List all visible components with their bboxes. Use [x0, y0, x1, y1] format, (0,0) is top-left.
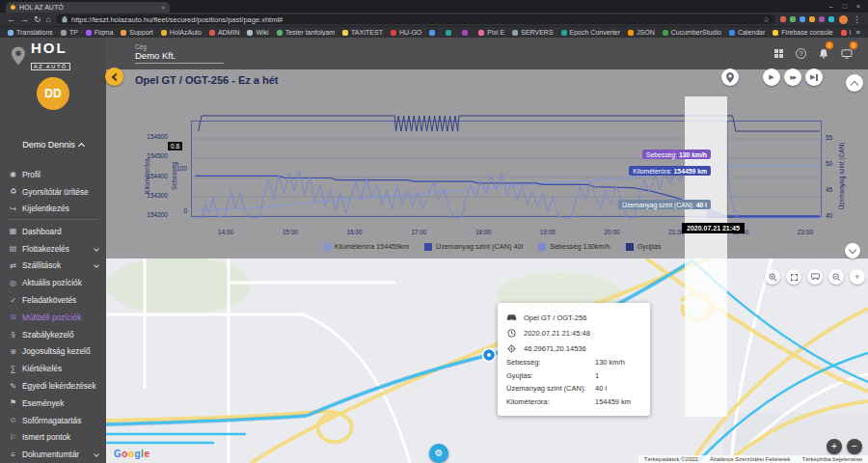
- collapse-chart-button[interactable]: [845, 243, 860, 259]
- app-logo[interactable]: HOL AZ AUTÓ: [0, 38, 106, 69]
- chevron-down-icon: [849, 246, 856, 254]
- terms-link[interactable]: Általános Szerződési Feltételek: [710, 456, 791, 462]
- add-button[interactable]: +: [850, 269, 865, 285]
- locate-button[interactable]: [721, 68, 739, 86]
- legend-item[interactable]: Gyújtás: [626, 242, 662, 251]
- play-button[interactable]: ▶: [763, 68, 780, 86]
- company-select[interactable]: Cég Demo Kft.: [135, 43, 224, 64]
- bookmark-item[interactable]: Firebase console: [773, 29, 832, 36]
- home-icon[interactable]: ⌂: [46, 15, 51, 24]
- sidebar-menu-item[interactable]: ⊕ Jogosultság kezelő: [0, 343, 106, 361]
- bookmark-item[interactable]: Epoch Converter: [561, 29, 621, 36]
- bookmark-item[interactable]: Fejlesztői keresek: [841, 29, 851, 36]
- extension-icon[interactable]: [790, 16, 796, 22]
- back-button[interactable]: [105, 68, 123, 86]
- tab-close-icon[interactable]: ×: [161, 5, 165, 11]
- company-label: Cég: [135, 43, 224, 50]
- window-close-icon[interactable]: ×: [856, 3, 860, 10]
- forward-icon[interactable]: →: [20, 15, 29, 24]
- bookmark-item[interactable]: Translations: [8, 29, 53, 36]
- zoom-out-window-button[interactable]: [828, 269, 844, 285]
- reload-icon[interactable]: ↻: [34, 15, 41, 24]
- profile-avatar[interactable]: [839, 15, 848, 24]
- help-icon[interactable]: ?: [796, 48, 806, 59]
- extension-icon[interactable]: [809, 16, 815, 22]
- bookmark-item[interactable]: HolAzAuto: [161, 29, 202, 36]
- skip-to-end-button[interactable]: ▶: [805, 68, 823, 86]
- bookmark-item[interactable]: [446, 30, 454, 36]
- sidebar-menu-item[interactable]: ⚐ Ismert pontok: [0, 429, 106, 447]
- legend-item[interactable]: Üzemanyag szint (CAN) 40l: [424, 242, 523, 251]
- bookmark-item[interactable]: CucumberStudio: [663, 29, 721, 36]
- notifications-button[interactable]: 0: [819, 45, 828, 63]
- bookmark-item[interactable]: Tester tanfolyam: [277, 29, 335, 36]
- extension-icon[interactable]: [828, 16, 834, 22]
- bookmark-item[interactable]: [462, 30, 471, 36]
- bookmark-favicon: [512, 30, 518, 36]
- sidebar-menu-item[interactable]: ≡ Dokumentumtár: [0, 446, 106, 463]
- sidebar-menu-item[interactable]: ▤ Flottakezelés: [0, 240, 106, 258]
- sidebar-menu-item[interactable]: ✓ Feladatkövetés: [0, 291, 106, 309]
- sidebar-menu-item[interactable]: ◎ Aktuális pozíciók: [0, 274, 106, 291]
- map-settings-button[interactable]: ⚙: [429, 444, 448, 463]
- map-canvas[interactable]: [106, 259, 868, 463]
- apps-grid-icon[interactable]: [774, 49, 784, 59]
- bookmark-item[interactable]: Wiki: [247, 29, 268, 36]
- bookmark-item[interactable]: TAXITEST: [342, 29, 383, 36]
- sidebar-menu-item[interactable]: ⇄ Szállítások: [0, 258, 106, 275]
- bookmark-item[interactable]: TP: [61, 29, 78, 36]
- bookmark-item[interactable]: Pixi E: [478, 29, 504, 36]
- bookmark-item[interactable]: HU-GO: [391, 29, 421, 36]
- window-minimize-icon[interactable]: –: [829, 3, 833, 10]
- bookmark-item[interactable]: Figma: [86, 29, 113, 36]
- zoom-window-button[interactable]: [765, 269, 780, 285]
- bookmark-item[interactable]: SERVERS: [512, 29, 553, 36]
- follow-vehicle-button[interactable]: [807, 269, 823, 285]
- sidebar-menu-item[interactable]: ⊙ Múltbéli pozíciók: [0, 309, 106, 326]
- company-value[interactable]: Demo Kft.: [135, 50, 224, 64]
- sidebar-menu-item[interactable]: ⚑ Események: [0, 395, 106, 412]
- window-maximize-icon[interactable]: □: [843, 3, 847, 10]
- user-avatar[interactable]: DD: [37, 77, 69, 110]
- sidebar-menu-item[interactable]: ▦ Dashboard: [0, 223, 106, 240]
- extension-icon[interactable]: [780, 16, 786, 22]
- sidebar-menu-item[interactable]: ☺ Sofőrmagatartás: [0, 412, 106, 429]
- sidebar-account-item[interactable]: ◉ Profil: [0, 166, 106, 183]
- bookmark-favicon: [841, 30, 847, 36]
- fast-forward-button[interactable]: ▶▶: [784, 68, 801, 86]
- browser-tab[interactable]: HOL AZ AUTÓ ×: [6, 2, 170, 13]
- back-icon[interactable]: ←: [7, 15, 15, 24]
- sidebar-account-item[interactable]: ♻ Gyorsítótár ürítése: [0, 183, 106, 201]
- browser-menu-icon[interactable]: ⋮: [853, 15, 861, 24]
- sidebar-menu-item[interactable]: ✎ Egyedi lekérdezések: [0, 377, 106, 395]
- devices-button[interactable]: 0: [841, 45, 853, 63]
- bookmark-item[interactable]: Calendar: [729, 29, 765, 36]
- top-bar: Cég Demo Kft. ? 0 0: [106, 38, 868, 69]
- bookmark-item[interactable]: [429, 30, 438, 36]
- extension-icon[interactable]: [819, 16, 825, 22]
- menu-item-icon: ↪: [9, 204, 17, 213]
- zoom-out-button[interactable]: −: [847, 439, 862, 454]
- report-error-link[interactable]: Térképhiba bejelentése: [802, 456, 862, 462]
- popup-coordinates[interactable]: 46.29671,20.14536: [524, 344, 586, 353]
- area-select-button[interactable]: [786, 269, 801, 285]
- zoom-in-button[interactable]: +: [827, 439, 842, 454]
- legend-swatch: [626, 243, 634, 251]
- search-plus-icon: [769, 273, 777, 282]
- sidebar-account-item[interactable]: ↪ Kijelentkezés: [0, 201, 106, 218]
- bookmark-item[interactable]: Support: [121, 29, 153, 36]
- popup-vehicle-row: Opel GT / OGT-256: [506, 310, 641, 325]
- bookmarks-overflow-icon[interactable]: »: [856, 28, 860, 37]
- address-bar[interactable]: https://teszt.holazauto.hu/fleet/secured…: [56, 14, 775, 24]
- sidebar-menu-item[interactable]: ∑ Kiértékelés: [0, 360, 106, 377]
- extension-icon[interactable]: [800, 16, 805, 22]
- bookmark-item[interactable]: ADMIN: [209, 29, 240, 36]
- chevron-down-icon: [94, 451, 99, 457]
- collapse-up-button[interactable]: [846, 74, 863, 92]
- bookmark-item[interactable]: JSON: [628, 29, 655, 36]
- bookmark-star-icon[interactable]: ☆: [763, 15, 770, 24]
- user-name[interactable]: Demo Dennis: [0, 140, 106, 150]
- sidebar-menu-item[interactable]: § Szabálykezelő: [0, 326, 106, 343]
- legend-item[interactable]: Sebesség 130km/h: [538, 242, 610, 251]
- legend-item[interactable]: Kilométeróra 154459km: [323, 242, 409, 251]
